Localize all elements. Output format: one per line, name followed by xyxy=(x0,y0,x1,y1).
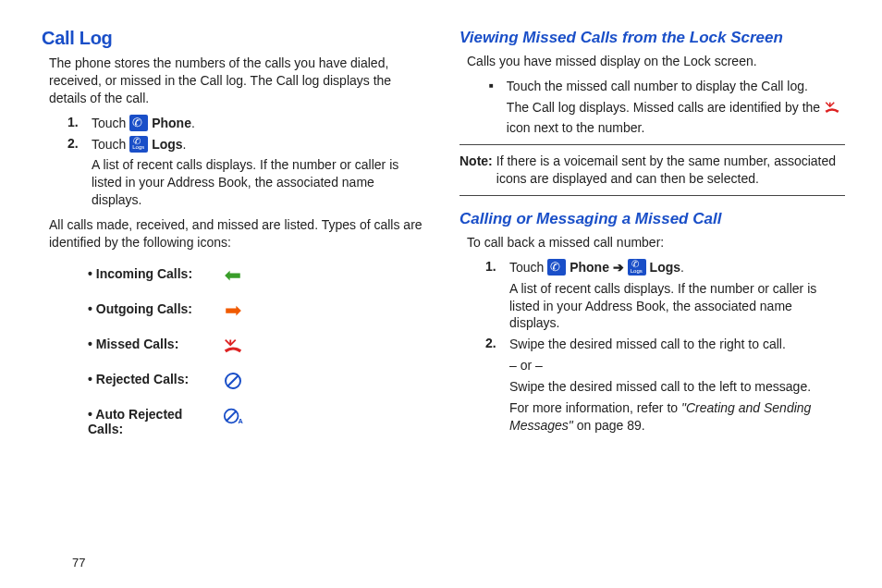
svg-line-1 xyxy=(227,375,239,386)
cstep2-ref-a: For more information, refer to xyxy=(509,400,681,415)
bullet-item: ■ Touch the missed call number to displa… xyxy=(489,78,845,137)
step-2: 2. Touch Logs. A list of recent calls di… xyxy=(67,136,427,210)
phone-icon xyxy=(547,259,566,276)
call-type-table: Incoming Calls: ➡ Outgoing Calls: ➡ Miss… xyxy=(88,266,427,436)
step-number: 2. xyxy=(485,336,502,350)
row-outgoing: Outgoing Calls: ➡ xyxy=(88,301,427,320)
heading-calling-messaging: Calling or Messaging a Missed Call xyxy=(459,209,845,228)
cstep2-ref-b: on page 89. xyxy=(577,418,645,433)
outgoing-icon: ➡ xyxy=(221,301,245,320)
row-missed: Missed Calls: xyxy=(88,337,427,355)
bullet-list: ■ Touch the missed call number to displa… xyxy=(489,78,845,137)
step-1: 1. Touch Phone. xyxy=(67,115,427,132)
bullet-text: Touch the missed call number to display … xyxy=(507,79,808,93)
square-bullet-icon: ■ xyxy=(489,81,494,137)
logs-icon xyxy=(628,259,646,276)
row-rejected: Rejected Calls: xyxy=(88,372,427,390)
rejected-label: Rejected Calls xyxy=(96,372,185,386)
heading-call-log: Call Log xyxy=(42,28,427,49)
left-column: Call Log The phone stores the numbers of… xyxy=(42,28,427,545)
svg-text:A: A xyxy=(239,417,244,425)
cstep2-or: – or – xyxy=(509,357,845,374)
cstep-prefix: Touch xyxy=(509,260,547,275)
mid-paragraph: All calls made, received, and missed are… xyxy=(49,216,427,251)
step-number: 1. xyxy=(67,115,84,129)
step-number: 1. xyxy=(485,259,502,274)
row-incoming: Incoming Calls: ➡ xyxy=(88,266,427,285)
step-body: A list of recent calls displays. If the … xyxy=(92,156,427,209)
note-label: Note: xyxy=(459,153,493,188)
logs-icon xyxy=(129,136,148,153)
step-bold: Logs xyxy=(152,137,182,152)
right-column: Viewing Missed Calls from the Lock Scree… xyxy=(459,28,845,545)
incoming-label: Incoming Calls xyxy=(96,266,189,281)
calling-intro: To call back a missed call number: xyxy=(467,234,845,251)
bullet-sub-a: The Call log displays. Missed calls are … xyxy=(507,100,824,115)
phone-icon xyxy=(129,115,148,131)
step-bold: Phone xyxy=(152,116,191,130)
outgoing-label: Outgoing Calls xyxy=(96,301,189,316)
page-number: 77 xyxy=(72,556,85,570)
incoming-icon: ➡ xyxy=(221,266,245,285)
missed-call-icon xyxy=(824,100,840,119)
missed-label: Missed Calls xyxy=(96,337,175,351)
heading-viewing-missed: Viewing Missed Calls from the Lock Scree… xyxy=(459,28,845,47)
step-suffix: . xyxy=(191,116,195,130)
cstep-suffix: . xyxy=(680,260,684,275)
step-suffix: . xyxy=(183,137,187,152)
cstep2-b: Swipe the desired missed call to the lef… xyxy=(509,378,845,396)
row-auto-rejected: Auto Rejected Calls: A xyxy=(88,407,427,436)
step-number: 2. xyxy=(67,136,84,151)
cstep2-a: Swipe the desired missed call to the rig… xyxy=(509,337,786,351)
note-text: If there is a voicemail sent by the same… xyxy=(496,153,845,188)
auto-rejected-icon: A xyxy=(221,407,245,425)
step-text: Touch xyxy=(92,116,129,130)
missed-icon xyxy=(221,337,245,355)
calling-steps: 1. Touch Phone ➔ Logs. A list of recent … xyxy=(485,259,845,435)
autorejected-label: Auto Rejected Calls xyxy=(88,407,182,436)
intro-paragraph: The phone stores the numbers of the call… xyxy=(49,55,427,107)
step-text: Touch xyxy=(92,137,129,152)
bullet-sub-b: icon next to the number. xyxy=(507,120,644,135)
cstep-logs: Logs xyxy=(650,260,680,275)
viewing-intro: Calls you have missed display on the Loc… xyxy=(467,53,845,70)
steps-list: 1. Touch Phone. 2. Touch Logs. A list of… xyxy=(67,115,427,209)
cstep-1: 1. Touch Phone ➔ Logs. A list of recent … xyxy=(485,259,845,333)
cstep-body: A list of recent calls displays. If the … xyxy=(509,280,845,333)
rejected-icon xyxy=(221,372,245,390)
note-block: Note: If there is a voicemail sent by th… xyxy=(459,144,845,196)
cstep-2: 2. Swipe the desired missed call to the … xyxy=(485,336,845,434)
cstep-phone: Phone xyxy=(570,260,609,275)
svg-line-3 xyxy=(227,410,237,421)
arrow-separator: ➔ xyxy=(613,260,628,275)
